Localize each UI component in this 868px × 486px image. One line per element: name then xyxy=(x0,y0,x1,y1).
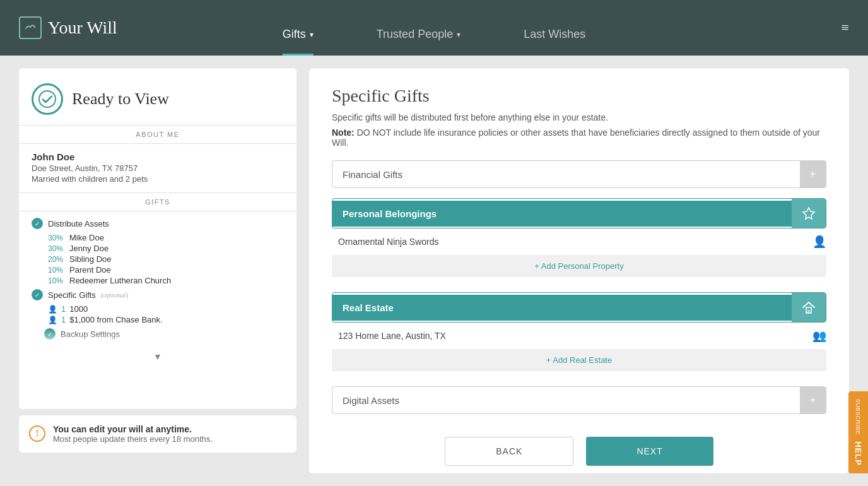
svg-point-0 xyxy=(39,91,56,107)
real-estate-header: Real Estate xyxy=(332,292,826,323)
logo[interactable]: Your Will xyxy=(19,16,117,39)
gifts-label: GIFTS xyxy=(19,193,296,211)
list-item: 30% Jenny Doe xyxy=(48,244,284,253)
list-item: 👤 1 $1,000 from Chase Bank. xyxy=(48,315,284,324)
dist-name-1: Jenny Doe xyxy=(69,244,108,253)
dist-name-4: Redeemer Lutheran Church xyxy=(69,276,171,285)
real-estate-icon-button[interactable] xyxy=(792,293,826,322)
financial-gifts-header: Financial Gifts + xyxy=(332,160,826,188)
personal-belongings-header: Personal Belongings xyxy=(332,198,826,228)
person-icon: 👤 xyxy=(48,305,57,314)
summary-card: Ready to View ABOUT ME John Doe Doe Stre… xyxy=(19,68,296,409)
dist-pct-0: 30% xyxy=(48,234,67,242)
logo-text: Your Will xyxy=(48,18,117,38)
list-item: 20% Sibling Doe xyxy=(48,254,284,264)
gifts-section: Distribute Assets 30% Mike Doe 30% Jenny… xyxy=(19,211,296,348)
digital-assets-category: Digital Assets + xyxy=(332,386,826,414)
header: Your Will Gifts ▾ Trusted People ▾ Last … xyxy=(0,0,868,56)
logo-icon xyxy=(19,16,42,39)
person-icon: 👤 xyxy=(48,316,57,324)
note-bold: Note: xyxy=(332,127,355,138)
distribute-assets-header: Distribute Assets xyxy=(32,218,284,229)
about-me-label: ABOUT ME xyxy=(19,126,296,144)
info-subtitle: Most people update theirs every 18 month… xyxy=(53,434,213,444)
main-nav: Gifts ▾ Trusted People ▾ Last Wishes xyxy=(283,0,585,56)
fade-overlay xyxy=(19,329,296,348)
person-name: John Doe xyxy=(32,151,284,162)
financial-gifts-add-button[interactable]: + xyxy=(800,161,826,187)
distribute-check-icon xyxy=(32,218,43,229)
section-note: Note: DO NOT include life insurance poli… xyxy=(332,127,826,148)
info-icon: ! xyxy=(29,425,45,442)
info-title: You can edit your will at anytime. xyxy=(53,424,213,434)
menu-icon[interactable]: ≡ xyxy=(842,20,849,36)
expand-arrow[interactable]: ▼ xyxy=(19,348,296,366)
nav-last-wishes-label: Last Wishes xyxy=(524,28,585,41)
personal-belongings-icon-button[interactable] xyxy=(792,199,826,228)
digital-assets-add-button[interactable]: + xyxy=(800,387,826,413)
spec-count-1: 1 xyxy=(61,315,66,324)
about-me-info: John Doe Doe Street, Austin, TX 78757 Ma… xyxy=(19,144,296,193)
digital-assets-label: Digital Assets xyxy=(332,388,800,413)
dist-pct-2: 20% xyxy=(48,255,67,264)
nav-last-wishes[interactable]: Last Wishes xyxy=(524,28,585,56)
ready-label: Ready to View xyxy=(72,90,169,109)
spec-count-0: 1 xyxy=(61,304,66,314)
section-description: Specific gifts will be distributed first… xyxy=(332,112,826,122)
nav-trusted-label: Trusted People xyxy=(377,28,453,41)
info-text: You can edit your will at anytime. Most … xyxy=(53,424,213,444)
list-item: 30% Mike Doe xyxy=(48,233,284,242)
person-assign-icon[interactable]: 👤 xyxy=(812,235,826,249)
person-address: Doe Street, Austin, TX 78757 xyxy=(32,163,284,173)
info-bar: ! You can edit your will at anytime. Mos… xyxy=(19,415,296,453)
list-item: 10% Redeemer Lutheran Church xyxy=(48,276,284,285)
help-label: HELP xyxy=(853,441,863,466)
add-real-estate-button[interactable]: + Add Real Estate xyxy=(332,349,826,371)
add-personal-property-button[interactable]: + Add Personal Property xyxy=(332,255,826,277)
personal-item-0: Ornamental Ninja Swords xyxy=(332,237,812,247)
dist-pct-4: 10% xyxy=(48,276,67,285)
specific-gifts-title: Specific Gifts xyxy=(48,290,96,300)
svg-marker-1 xyxy=(803,208,814,219)
ready-check-icon xyxy=(32,83,63,115)
people-assign-icon[interactable]: 👥 xyxy=(812,329,826,343)
bottom-buttons: BACK NEXT xyxy=(332,424,826,466)
ready-section: Ready to View xyxy=(19,68,296,126)
chevron-down-icon: ▾ xyxy=(457,30,460,39)
personal-belongings-label: Personal Belongings xyxy=(332,201,792,227)
distribute-assets-title: Distribute Assets xyxy=(48,219,109,228)
real-estate-category: Real Estate 123 Home Lane, Austin, TX 👥 … xyxy=(332,292,826,376)
right-panel: Specific Gifts Specific gifts will be di… xyxy=(309,68,849,473)
specific-gifts-optional: (optional) xyxy=(101,291,128,299)
specific-gifts-check-icon xyxy=(32,289,43,300)
list-item: 👤 1 1000 xyxy=(48,304,284,314)
real-estate-item-0: 123 Home Lane, Austin, TX xyxy=(332,331,812,341)
financial-gifts-category: Financial Gifts + xyxy=(332,160,826,188)
spec-desc-1: $1,000 from Chase Bank. xyxy=(69,315,162,324)
financial-gifts-label: Financial Gifts xyxy=(332,162,800,187)
dist-name-2: Sibling Doe xyxy=(69,254,112,264)
back-button[interactable]: BACK xyxy=(445,437,573,466)
real-estate-label: Real Estate xyxy=(332,295,792,321)
digital-assets-header: Digital Assets + xyxy=(332,386,826,414)
real-estate-content: 123 Home Lane, Austin, TX 👥 xyxy=(332,323,826,349)
specific-gifts-list: 👤 1 1000 👤 1 $1,000 from Chase Bank. xyxy=(48,304,284,324)
spec-desc-0: 1000 xyxy=(69,304,88,314)
dist-pct-1: 30% xyxy=(48,244,67,253)
distribution-list: 30% Mike Doe 30% Jenny Doe 20% Sibling D… xyxy=(48,233,284,285)
svg-rect-3 xyxy=(807,310,810,313)
nav-trusted-people[interactable]: Trusted People ▾ xyxy=(377,28,460,56)
list-item: 10% Parent Doe xyxy=(48,265,284,275)
dist-name-3: Parent Doe xyxy=(69,265,111,275)
person-status: Married with children and 2 pets xyxy=(32,174,284,184)
help-subscribe-label: SUBSCRIBE xyxy=(855,399,861,435)
personal-belongings-content: Ornamental Ninja Swords 👤 xyxy=(332,228,826,255)
dist-pct-3: 10% xyxy=(48,266,67,275)
nav-gifts-label: Gifts xyxy=(283,28,306,41)
nav-gifts[interactable]: Gifts ▾ xyxy=(283,28,314,56)
personal-belongings-category: Personal Belongings Ornamental Ninja Swo… xyxy=(332,198,826,282)
page-title: Specific Gifts xyxy=(332,86,826,106)
chevron-down-icon: ▾ xyxy=(310,30,314,39)
help-button[interactable]: SUBSCRIBE HELP xyxy=(848,391,868,473)
next-button[interactable]: NEXT xyxy=(586,437,713,466)
